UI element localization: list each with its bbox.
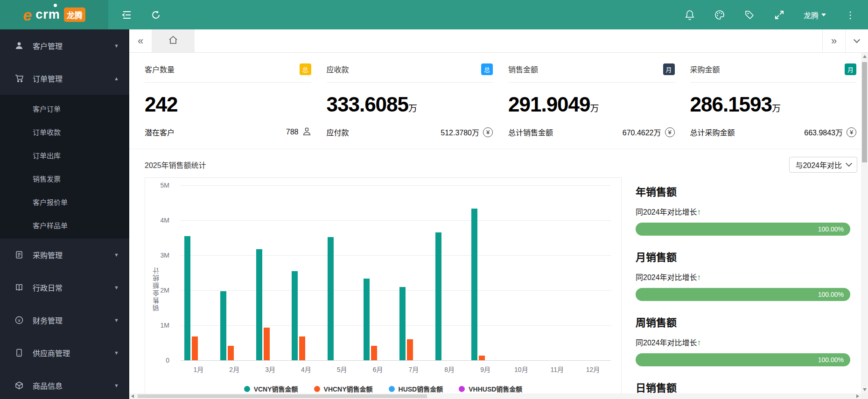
bar-group-1月 xyxy=(181,185,217,360)
x-tick-label: 3月 xyxy=(252,364,288,374)
chart-y-ticks: 01M2M3M4M5M xyxy=(145,185,174,360)
progress-bar: 100.00% xyxy=(636,353,850,366)
tabs-scroll-left-icon[interactable]: « xyxy=(129,29,152,52)
fullscreen-icon[interactable] xyxy=(774,9,785,21)
svg-text:¥: ¥ xyxy=(17,318,21,323)
yen-circle-icon: ¥ xyxy=(847,127,856,137)
notification-bell-icon[interactable] xyxy=(684,9,695,21)
logo-badge: 龙腾 xyxy=(64,7,85,22)
card-title: 应收款 xyxy=(327,63,349,75)
sales-bar-chart: 销售金额统计 01M2M3M4M5M 1月2月3月4月5月6月7月8月9月10月… xyxy=(145,177,622,393)
sidebar-item-purchase-mgmt[interactable]: 采购管理 ▼ xyxy=(0,238,129,271)
sidebar-item-label: 采购管理 xyxy=(33,249,63,260)
bar-group-4月 xyxy=(288,185,324,360)
sidebar-item-supplier-mgmt[interactable]: 供应商管理 ▼ xyxy=(0,336,129,369)
growth-section-week: 周销售额 同2024年对比增长↑ 100.00% xyxy=(636,314,850,366)
legend-item-VHHUSD销售金额[interactable]: VHHUSD销售金额 xyxy=(459,384,522,393)
logo-text: crm xyxy=(35,7,60,22)
user-menu[interactable]: 龙腾 xyxy=(804,9,826,21)
scroll-up-icon[interactable] xyxy=(861,53,868,60)
caret-down-icon: ▼ xyxy=(114,252,119,258)
x-tick-label: 9月 xyxy=(468,364,504,374)
growth-section-year: 年销售额 同2024年对比增长↑ 100.00% xyxy=(636,183,850,236)
card-value: 333.6085万 xyxy=(327,93,493,116)
sidebar-subitem-customer-sample[interactable]: 客户样品单 xyxy=(0,213,129,237)
sidebar-item-finance-mgmt[interactable]: ¥ 财务管理 ▼ xyxy=(0,304,129,336)
card-value: 242 xyxy=(145,93,311,116)
sidebar-item-label: 供应商管理 xyxy=(33,347,70,358)
menu-fold-icon[interactable] xyxy=(121,9,133,21)
sidebar-item-label: 行政日常 xyxy=(33,282,63,293)
main-content: 客户数量 总 242 潜在客户 788 应收款 总 333 xyxy=(129,53,861,393)
legend-item-VCNY销售金额[interactable]: VCNY销售金额 xyxy=(244,384,298,393)
y-tick-label: 3M xyxy=(161,252,169,259)
horizontal-scroll-thumb[interactable] xyxy=(138,394,427,398)
sidebar-item-customer-mgmt[interactable]: 客户管理 ▼ xyxy=(0,29,129,62)
caret-down-icon: ▼ xyxy=(114,43,119,49)
bar-group-10月 xyxy=(503,185,539,360)
yen-circle-icon: ¥ xyxy=(483,127,493,137)
tab-home[interactable] xyxy=(152,29,195,52)
section-title: 月销售额 xyxy=(636,249,850,264)
bar-VHCNY销售金额-7月 xyxy=(407,339,413,360)
tabs-scroll-right-icon[interactable]: » xyxy=(823,29,845,52)
card-sub-value: 512.3780万 xyxy=(441,126,479,138)
refresh-icon[interactable] xyxy=(150,9,161,21)
bar-group-3月 xyxy=(252,185,288,360)
card-sub-label: 总计采购金额 xyxy=(690,126,735,138)
sidebar-item-order-mgmt[interactable]: 订单管理 ▲ xyxy=(0,62,129,95)
y-tick-label: 1M xyxy=(161,322,169,329)
caret-down-icon: ▼ xyxy=(114,317,119,323)
clipboard-icon xyxy=(14,251,24,259)
bar-VCNY销售金额-5月 xyxy=(328,237,334,360)
up-arrow-icon: ↑ xyxy=(697,338,701,347)
person-outline-icon xyxy=(302,127,311,138)
user-icon xyxy=(14,42,24,50)
scroll-left-icon[interactable] xyxy=(129,393,136,399)
scroll-down-icon[interactable] xyxy=(861,386,868,393)
vertical-scroll-thumb[interactable] xyxy=(862,62,867,162)
horizontal-scrollbar[interactable] xyxy=(129,393,861,399)
section-subtitle: 同2024年对比增长↑ xyxy=(636,206,850,217)
bar-VHCNY销售金额-6月 xyxy=(371,346,377,360)
sidebar-subitem-order-receipts[interactable]: 订单收款 xyxy=(0,120,129,143)
bar-group-9月 xyxy=(468,185,504,360)
bar-VCNY销售金额-1月 xyxy=(184,236,190,360)
more-options-icon[interactable]: ⋮ xyxy=(845,9,856,21)
sidebar-item-label: 订单管理 xyxy=(33,73,63,84)
bar-VHCNY销售金额-9月 xyxy=(479,356,485,361)
up-arrow-icon: ↑ xyxy=(697,208,701,217)
tabs-menu-icon[interactable] xyxy=(846,29,868,52)
card-sub-label: 总计销售金额 xyxy=(508,126,553,138)
y-tick-label: 0 xyxy=(166,357,169,364)
theme-palette-icon[interactable] xyxy=(714,9,725,21)
bar-VCNY销售金额-6月 xyxy=(364,279,370,360)
sidebar-item-product-info[interactable]: 商品信息 ▼ xyxy=(0,369,129,399)
tag-icon[interactable] xyxy=(744,9,755,21)
bar-VHCNY销售金额-1月 xyxy=(192,336,198,360)
yen-circle-icon: ¥ xyxy=(665,127,675,137)
legend-item-VHCNY销售金额[interactable]: VHCNY销售金额 xyxy=(314,384,373,393)
sidebar-item-admin-daily[interactable]: 行政日常 ▼ xyxy=(0,271,129,304)
sidebar-subitem-sales-invoice[interactable]: 销售发票 xyxy=(0,167,129,190)
scope-badge: 月 xyxy=(845,63,856,75)
legend-dot xyxy=(244,386,250,392)
cart-icon xyxy=(14,74,24,83)
card-title: 销售金额 xyxy=(508,63,538,75)
sidebar-subitem-customer-orders[interactable]: 客户订单 xyxy=(0,97,129,120)
bar-group-5月 xyxy=(324,185,360,360)
card-sub-value: 670.4622万 xyxy=(623,126,661,138)
scope-badge: 月 xyxy=(663,63,675,75)
scroll-right-icon[interactable] xyxy=(854,393,861,399)
progress-bar: 100.00% xyxy=(636,223,850,236)
card-value: 286.1593万 xyxy=(690,93,857,116)
x-tick-label: 5月 xyxy=(324,364,360,374)
bar-VHCNY销售金额-4月 xyxy=(299,336,305,360)
legend-item-HUSD销售金额[interactable]: HUSD销售金额 xyxy=(389,384,443,393)
sidebar-subitem-customer-quotation[interactable]: 客户报价单 xyxy=(0,190,129,213)
vertical-scrollbar[interactable] xyxy=(861,53,868,393)
app-logo: ecrm 龙腾 xyxy=(0,0,108,29)
bar-VCNY销售金额-2月 xyxy=(220,291,226,361)
sidebar-subitem-order-outbound[interactable]: 订单出库 xyxy=(0,143,129,167)
progress-bar: 100.00% xyxy=(636,288,850,301)
